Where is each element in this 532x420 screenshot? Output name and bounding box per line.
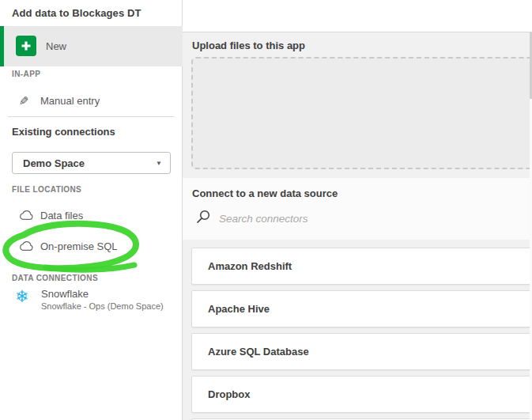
sidebar-item-label: New bbox=[46, 26, 66, 66]
sidebar-item-snowflake-connection[interactable]: ❄ Snowflake Snowflake - Ops (Demo Space) bbox=[0, 286, 183, 318]
chevron-down-icon: ▼ bbox=[156, 160, 162, 167]
add-data-dialog: Add data to Blockages DT New IN-APP ✎ Ma… bbox=[0, 0, 532, 420]
cloud-icon bbox=[19, 240, 34, 252]
section-label-in-app: IN-APP bbox=[12, 70, 40, 78]
search-icon bbox=[196, 210, 210, 227]
connector-card-azure-sql-database[interactable]: Azure SQL Database bbox=[191, 333, 532, 370]
snowflake-icon: ❄ bbox=[15, 288, 29, 305]
connection-subtitle: Snowflake - Ops (Demo Space) bbox=[41, 301, 164, 311]
cloud-icon bbox=[19, 210, 34, 221]
connector-label: Apache Hive bbox=[208, 303, 270, 315]
connector-label: Azure SQL Database bbox=[208, 346, 309, 358]
connect-heading: Connect to a new data source bbox=[192, 187, 338, 199]
space-dropdown-value: Demo Space bbox=[23, 157, 85, 169]
connector-list: Amazon Redshift Apache Hive Azure SQL Da… bbox=[183, 240, 532, 420]
connector-label: Amazon Redshift bbox=[208, 260, 292, 272]
connector-card-dropbox[interactable]: Dropbox bbox=[191, 376, 532, 413]
file-dropzone[interactable] bbox=[191, 57, 532, 169]
sidebar-item-data-files[interactable]: Data files bbox=[0, 200, 183, 230]
connection-title: Snowflake bbox=[41, 288, 89, 300]
main-top-band bbox=[183, 0, 532, 32]
section-label-file-locations: FILE LOCATIONS bbox=[12, 185, 81, 194]
selected-indicator bbox=[0, 26, 4, 66]
sidebar-item-on-premise-sql[interactable]: On-premise SQL bbox=[0, 231, 183, 261]
sidebar-item-new[interactable]: New bbox=[0, 26, 183, 66]
connector-label: Dropbox bbox=[208, 388, 250, 400]
plus-icon bbox=[16, 36, 36, 56]
connector-card-apache-hive[interactable]: Apache Hive bbox=[191, 290, 532, 327]
sidebar-item-manual-entry[interactable]: ✎ Manual entry bbox=[0, 85, 183, 115]
upload-section: Upload files to this app bbox=[183, 32, 532, 178]
main-panel: Upload files to this app Connect to a ne… bbox=[183, 0, 532, 420]
existing-connections-heading: Existing connections bbox=[12, 126, 115, 138]
sidebar: Add data to Blockages DT New IN-APP ✎ Ma… bbox=[0, 0, 183, 420]
connect-section: Connect to a new data source bbox=[183, 178, 532, 240]
space-dropdown[interactable]: Demo Space ▼ bbox=[12, 152, 171, 174]
sidebar-item-label: On-premise SQL bbox=[40, 240, 118, 252]
search-input[interactable] bbox=[217, 212, 458, 225]
sidebar-divider bbox=[8, 116, 175, 117]
page-title: Add data to Blockages DT bbox=[12, 7, 141, 19]
sidebar-item-label: Manual entry bbox=[40, 95, 100, 107]
sidebar-item-label: Data files bbox=[40, 210, 83, 221]
pencil-icon: ✎ bbox=[19, 95, 29, 107]
upload-heading: Upload files to this app bbox=[192, 40, 305, 51]
connector-card-amazon-redshift[interactable]: Amazon Redshift bbox=[191, 248, 532, 285]
section-label-data-connections: DATA CONNECTIONS bbox=[12, 274, 98, 282]
